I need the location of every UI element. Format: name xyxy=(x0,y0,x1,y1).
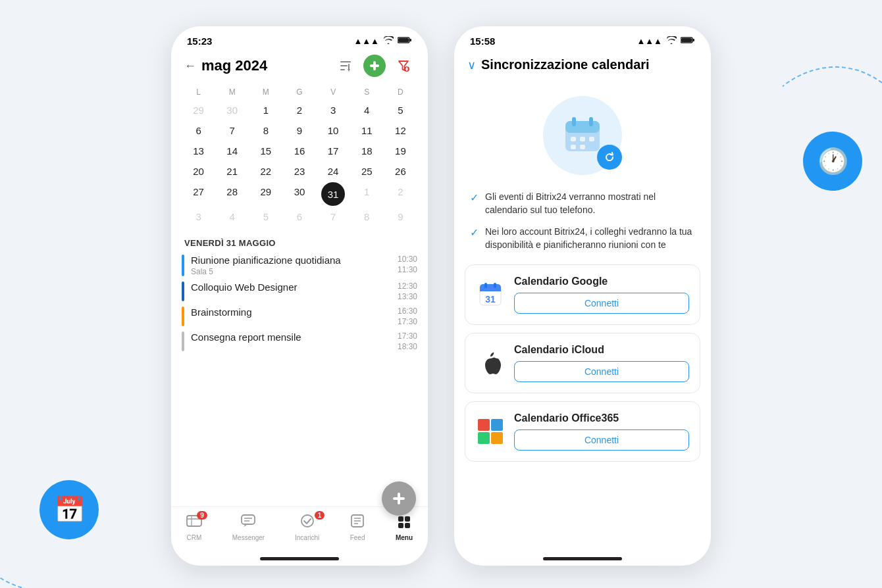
check-text-1: Gli eventi di Bitrix24 verranno mostrati… xyxy=(485,191,695,216)
filter-icon-btn[interactable] xyxy=(334,55,357,77)
svg-rect-50 xyxy=(478,432,490,444)
svg-rect-26 xyxy=(398,516,403,522)
cal-cell[interactable]: 20 xyxy=(182,162,215,181)
cal-cell[interactable]: 29 xyxy=(249,182,282,206)
event-item[interactable]: Riunione pianificazione quotidiana Sala … xyxy=(182,255,417,276)
cal-cell[interactable]: 23 xyxy=(282,162,316,181)
cal-cell[interactable]: 3 xyxy=(317,101,350,120)
fab-add-button[interactable] xyxy=(382,481,416,516)
cal-cell[interactable]: 4 xyxy=(215,207,249,226)
cal-cell[interactable]: 7 xyxy=(215,121,249,140)
cal-cell[interactable]: 26 xyxy=(384,162,417,181)
nav-label-menu: Menu xyxy=(396,534,413,541)
cal-cell[interactable]: 8 xyxy=(249,121,282,140)
cal-cell[interactable]: 10 xyxy=(317,121,350,140)
cal-cell[interactable]: 21 xyxy=(215,162,249,181)
cal-cell[interactable]: 8 xyxy=(350,207,384,226)
cal-cell[interactable]: 9 xyxy=(282,121,316,140)
cal-cell[interactable]: 6 xyxy=(182,121,215,140)
cal-cell[interactable]: 5 xyxy=(249,207,282,226)
nav-item-crm[interactable]: 9 CRM xyxy=(186,514,202,541)
cal-row-4: 20 21 22 23 24 25 26 xyxy=(182,162,417,181)
cal-cell[interactable]: 30 xyxy=(215,101,249,120)
bottom-nav: 9 CRM Messenger 1 Incarichi Fee xyxy=(171,506,428,554)
cal-cell[interactable]: 18 xyxy=(350,141,384,160)
cal-cell[interactable]: 4 xyxy=(350,101,384,120)
nav-item-menu[interactable]: Menu xyxy=(396,514,413,541)
wday-S: S xyxy=(350,85,384,99)
cal-cell[interactable]: 14 xyxy=(215,141,249,160)
cal-cell[interactable]: 1 xyxy=(350,182,384,206)
cal-cell[interactable]: 29 xyxy=(182,101,215,120)
icloud-calendar-card: Calendario iCloud Connetti xyxy=(465,333,700,393)
nav-item-incarichi[interactable]: 1 Incarichi xyxy=(295,514,319,541)
filter2-icon-btn[interactable] xyxy=(392,55,415,77)
cal-cell[interactable]: 19 xyxy=(384,141,417,160)
event-subtitle: Sala 5 xyxy=(191,267,391,276)
cal-cell[interactable]: 15 xyxy=(249,141,282,160)
event-item[interactable]: Colloquio Web Designer 12:30 13:30 xyxy=(182,282,417,301)
sync-circle xyxy=(543,96,622,175)
svg-rect-29 xyxy=(405,523,410,528)
cal-cell[interactable]: 24 xyxy=(317,162,350,181)
cal-cell[interactable]: 16 xyxy=(282,141,316,160)
event-info: Brainstorming xyxy=(191,306,391,326)
event-bar-gray xyxy=(182,331,184,351)
nav-item-feed[interactable]: Feed xyxy=(350,514,365,541)
signal-icon: ▲▲▲ xyxy=(353,36,379,46)
cal-row-6: 3 4 5 6 7 8 9 xyxy=(182,207,417,226)
cal-cell[interactable]: 12 xyxy=(384,121,417,140)
icloud-connect-button[interactable]: Connetti xyxy=(514,361,689,382)
cal-row-2: 6 7 8 9 10 11 12 xyxy=(182,121,417,140)
cal-cell[interactable]: 30 xyxy=(282,182,316,206)
cal-cell[interactable]: 22 xyxy=(249,162,282,181)
cal-cell[interactable]: 28 xyxy=(215,182,249,206)
cal-cell[interactable]: 2 xyxy=(282,101,316,120)
event-item[interactable]: Brainstorming 16:30 17:30 xyxy=(182,306,417,326)
cal-cell[interactable]: 11 xyxy=(350,121,384,140)
svg-rect-34 xyxy=(565,121,600,133)
svg-rect-12 xyxy=(406,67,407,71)
sync-check-1: ✓ Gli eventi di Bitrix24 verranno mostra… xyxy=(470,191,695,216)
cal-cell[interactable]: 25 xyxy=(350,162,384,181)
cal-cell[interactable]: 9 xyxy=(384,207,417,226)
phone1-content: ← mag 2024 xyxy=(171,49,428,506)
event-item[interactable]: Consegna report mensile 17:30 18:30 xyxy=(182,331,417,351)
office365-connect-button[interactable]: Connetti xyxy=(514,429,689,451)
home-indicator-2 xyxy=(543,557,622,560)
add-event-icon-btn[interactable] xyxy=(363,55,386,77)
svg-rect-32 xyxy=(692,39,694,41)
event-end: 17:30 xyxy=(398,317,417,326)
office365-service-name: Calendario Office365 xyxy=(514,412,689,424)
back-arrow-icon[interactable]: ← xyxy=(184,59,196,73)
event-times: 10:30 11:30 xyxy=(398,255,417,276)
google-connect-button[interactable]: Connetti xyxy=(514,293,689,314)
cal-row-5: 27 28 29 30 31 1 2 xyxy=(182,182,417,206)
svg-rect-28 xyxy=(398,523,403,528)
cal-cell[interactable]: 7 xyxy=(317,207,350,226)
cal-header-icons xyxy=(334,55,415,77)
nav-label-crm: CRM xyxy=(187,534,202,541)
event-times: 16:30 17:30 xyxy=(398,306,417,326)
svg-rect-38 xyxy=(580,137,585,141)
cal-cell[interactable]: 17 xyxy=(317,141,350,160)
sync-chevron-icon[interactable]: ∨ xyxy=(467,58,476,72)
calendar-grid: L M M G V S D 29 30 1 2 3 4 5 xyxy=(182,85,417,228)
cal-cell[interactable]: 27 xyxy=(182,182,215,206)
event-title: Colloquio Web Designer xyxy=(191,282,391,293)
cal-cell[interactable]: 2 xyxy=(384,182,417,206)
cal-cell[interactable]: 5 xyxy=(384,101,417,120)
google-icon-wrap: 31 xyxy=(476,280,505,309)
cal-cell[interactable]: 1 xyxy=(249,101,282,120)
cal-cell[interactable]: 3 xyxy=(182,207,215,226)
cal-cell-selected[interactable]: 31 xyxy=(321,182,345,206)
event-info: Consegna report mensile xyxy=(191,331,391,351)
cal-cell[interactable]: 6 xyxy=(282,207,316,226)
day-label: VENERDÌ 31 MAGGIO xyxy=(182,228,417,255)
cal-cell[interactable]: 13 xyxy=(182,141,215,160)
svg-rect-45 xyxy=(484,283,487,288)
event-title: Consegna report mensile xyxy=(191,331,391,343)
event-bar-dark-blue xyxy=(182,282,184,301)
nav-item-messenger[interactable]: Messenger xyxy=(232,514,265,541)
event-end: 13:30 xyxy=(398,292,417,301)
